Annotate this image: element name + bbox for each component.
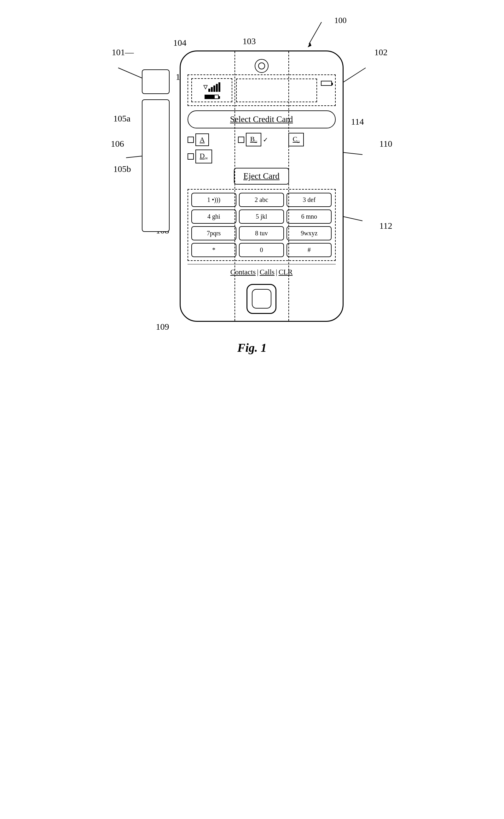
home-button-inner xyxy=(252,289,271,309)
signal-box: ▿ xyxy=(191,78,232,102)
camera-inner xyxy=(258,62,265,69)
page-container: 100 101— 102 103 104 105a 105 xyxy=(0,0,504,819)
home-button-area xyxy=(188,284,336,314)
key-star[interactable]: * xyxy=(191,243,236,257)
home-button-outer[interactable] xyxy=(246,284,276,314)
eject-card-area: Eject Card xyxy=(188,168,336,184)
card-label-b[interactable]: B□ xyxy=(246,133,262,146)
card-label-d[interactable]: D∞ xyxy=(195,149,212,163)
ref-114-label: 114 xyxy=(351,117,364,127)
card-label-c[interactable]: C□ xyxy=(288,133,304,146)
ref-110-label: 110 xyxy=(379,139,392,149)
display-box xyxy=(236,78,317,102)
keypad: 1 •))) 2 abc 3 def 4 ghi 5 jkl 6 mno 7pq… xyxy=(188,189,336,261)
key-6[interactable]: 6 mno xyxy=(287,210,332,224)
svg-marker-1 xyxy=(308,43,311,47)
checkbox-b[interactable] xyxy=(238,136,244,143)
top-camera-row xyxy=(188,57,336,74)
ref-112-label: 112 xyxy=(379,221,392,231)
key-5[interactable]: 5 jkl xyxy=(239,210,284,224)
keypad-grid: 1 •))) 2 abc 3 def 4 ghi 5 jkl 6 mno 7pq… xyxy=(191,193,332,257)
svg-line-0 xyxy=(309,22,322,44)
separator-1: | xyxy=(257,268,258,276)
svg-line-3 xyxy=(344,68,366,82)
clr-btn[interactable]: CLR xyxy=(279,268,293,276)
eject-card-button[interactable]: Eject Card xyxy=(234,168,289,184)
checkbox-d[interactable] xyxy=(188,153,194,160)
ref-109-label: 109 xyxy=(156,322,169,332)
battery-bar xyxy=(205,95,219,99)
card-grid-row1: A B□ ✓ C□ xyxy=(188,133,336,146)
card-item-c[interactable]: C□ xyxy=(288,133,336,146)
key-8[interactable]: 8 tuv xyxy=(239,226,284,241)
contacts-btn[interactable]: Contacts xyxy=(230,268,256,276)
key-4[interactable]: 4 ghi xyxy=(191,210,236,224)
key-0[interactable]: 0 xyxy=(239,243,284,257)
ref-106-label: 106 xyxy=(111,139,124,149)
phone-body: ▿ xyxy=(180,50,344,322)
ref-101-label: 101— xyxy=(112,47,134,57)
status-area: ▿ xyxy=(188,74,336,106)
key-hash[interactable]: # xyxy=(287,243,332,257)
power-icon xyxy=(321,81,332,86)
card-label-a[interactable]: A xyxy=(195,133,209,146)
calls-btn[interactable]: Calls xyxy=(260,268,275,276)
card-grid-row2: D∞ xyxy=(188,149,336,163)
card-item-a[interactable]: A xyxy=(188,133,235,146)
ref-105b-label: 105b xyxy=(113,164,131,174)
card-item-b[interactable]: B□ ✓ xyxy=(238,133,285,146)
select-credit-card-button[interactable]: Select Credit Card xyxy=(188,110,336,128)
separator-2: | xyxy=(276,268,277,276)
antenna-icon: ▿ xyxy=(203,81,220,92)
key-1[interactable]: 1 •))) xyxy=(191,193,236,207)
key-9[interactable]: 9wxyz xyxy=(287,226,332,241)
checkbox-a[interactable] xyxy=(188,136,194,143)
key-2[interactable]: 2 abc xyxy=(239,193,284,207)
ref-100: 100 xyxy=(334,16,347,25)
bottom-nav-bar: Contacts | Calls | CLR xyxy=(188,264,336,279)
figure-caption: Fig. 1 xyxy=(95,341,410,355)
card-left-bottom xyxy=(142,99,170,232)
key-7[interactable]: 7pqrs xyxy=(191,226,236,241)
ref-103-label: 103 xyxy=(243,36,256,46)
camera-icon xyxy=(255,59,269,73)
key-3[interactable]: 3 def xyxy=(287,193,332,207)
ref-102-label: 102 xyxy=(374,47,388,57)
ref-105a-label: 105a xyxy=(113,113,130,124)
checkmark-b: ✓ xyxy=(263,136,268,143)
ref-104-label: 104 xyxy=(173,38,187,48)
card-left-top xyxy=(142,69,170,94)
